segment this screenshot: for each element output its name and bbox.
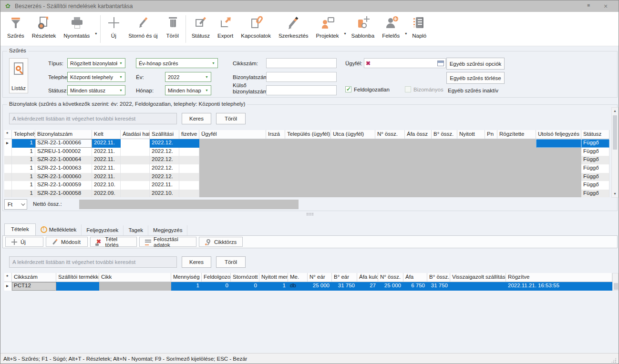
column-header[interactable]: Cikkszám	[12, 273, 56, 282]
scrollbar-thumb[interactable]	[614, 283, 618, 290]
checkbox-checked-icon[interactable]	[345, 86, 351, 92]
column-header[interactable]: B° eár	[332, 273, 357, 282]
column-header[interactable]: Nyitott mer	[259, 273, 288, 282]
year-dropdown[interactable]: 2022▼	[165, 72, 211, 82]
document-number-input[interactable]	[266, 72, 337, 82]
tab-mellekletek[interactable]: Mellékletek	[36, 224, 82, 235]
details-search-input[interactable]	[9, 256, 177, 268]
toolbar-filter[interactable]: Szűrés	[3, 14, 28, 40]
column-header[interactable]: Áfa össz	[405, 130, 432, 139]
list-button[interactable]: Listáz	[9, 58, 28, 93]
allocation-data-button[interactable]: Felosztási adatok	[139, 237, 196, 247]
owner-dropdown-caret[interactable]: ▾	[403, 31, 408, 36]
column-header[interactable]: N° eár	[308, 273, 332, 282]
column-header[interactable]: N° össz.	[378, 273, 403, 282]
details-scrollbar[interactable]	[612, 273, 619, 291]
unprocessed-checkbox[interactable]: Feldolgozatlan	[345, 86, 390, 92]
toolbar-new[interactable]: Új	[103, 14, 124, 40]
column-header[interactable]: Ügyfél	[199, 130, 266, 139]
column-header[interactable]: B° össz.	[427, 273, 450, 282]
item-new-button[interactable]: Új	[5, 237, 43, 247]
clear-x-icon[interactable]	[366, 60, 371, 67]
other-filter-options-button[interactable]: Egyéb szűrési opciók	[446, 58, 505, 70]
document-row[interactable]: 1 SZR-22-1-000059 2022.10. 2022.11. Függ…	[4, 181, 609, 190]
column-header[interactable]: Utolsó feljegyzés	[536, 130, 581, 139]
column-header[interactable]: Áfa kulcs	[357, 273, 378, 282]
column-header[interactable]: Rögzítette	[497, 130, 536, 139]
toolbar-projects[interactable]: Projektek	[312, 14, 343, 40]
column-header[interactable]: Nyitott	[457, 130, 485, 139]
column-header[interactable]: Átadási határ	[121, 130, 150, 139]
column-header[interactable]: *	[4, 273, 12, 282]
detail-row-selected[interactable]: PCT12 1 0 0 1 db 25 000 31 750 27 25 000…	[4, 282, 612, 291]
column-header[interactable]: Irszá	[266, 130, 285, 139]
column-header[interactable]: B° össz.	[432, 130, 457, 139]
tab-tagek[interactable]: Tagek	[124, 225, 148, 235]
column-header[interactable]: Cikk	[99, 273, 171, 282]
toolbar-print[interactable]: Nyomtatás	[60, 14, 93, 40]
toolbar-storno-new[interactable]: Stornó és új	[124, 14, 161, 40]
consignment-checkbox[interactable]: Bizományos	[405, 86, 444, 92]
customer-picker-field[interactable]	[364, 58, 446, 68]
document-row[interactable]: 1 SZR-22-1-000060 2022.11. 2022.12. Függ…	[4, 173, 609, 182]
item-modify-button[interactable]: Módosít	[46, 237, 88, 247]
toolbar-delete[interactable]: Töröl	[162, 14, 184, 40]
toolbar-status[interactable]: Státusz	[188, 14, 214, 40]
restore-button[interactable]: ■	[583, 2, 594, 10]
year-month-filter-dropdown[interactable]: Év-hónap szűrés▼	[136, 58, 218, 68]
column-header[interactable]: Bizonylatszám	[35, 130, 92, 139]
toolbar-template[interactable]: Sablonba	[348, 14, 379, 40]
column-header[interactable]: Település (ügyfél)	[285, 130, 331, 139]
column-header[interactable]: *	[4, 130, 12, 139]
documents-clear-search-button[interactable]: Töröl	[216, 113, 246, 124]
document-row[interactable]: 1 SZREU-1-000002 2022.11. 2022.12. Függő	[4, 148, 609, 156]
print-dropdown-caret[interactable]: ▾	[93, 31, 98, 36]
toolbar-log[interactable]: Napló	[408, 14, 430, 40]
column-header[interactable]: Státusz	[581, 130, 609, 139]
column-header[interactable]: Visszaigazolt szállítási határidő	[450, 273, 506, 282]
column-header[interactable]: Me.	[288, 273, 308, 282]
item-master-button[interactable]: Cikktörzs	[199, 237, 243, 247]
clear-other-filter-button[interactable]: Egyéb szűrés törlése	[446, 72, 505, 84]
picker-window-icon[interactable]	[437, 61, 444, 66]
titlebar[interactable]: ✿ Beszerzés - Szállítói rendelések karba…	[0, 0, 619, 12]
scrollbar-thumb[interactable]	[613, 115, 617, 150]
scroll-up-icon[interactable]: ▲	[612, 108, 618, 114]
splitter-handle[interactable]	[306, 212, 314, 216]
column-header[interactable]: Feldolgozot	[202, 273, 231, 282]
projects-dropdown-caret[interactable]: ▾	[343, 31, 348, 36]
toolbar-edit[interactable]: Szerkesztés	[275, 14, 312, 40]
details-clear-search-button[interactable]: Töröl	[216, 256, 246, 268]
tab-feljegyzesek[interactable]: Feljegyzések	[82, 225, 124, 235]
column-header[interactable]: Mennyiség	[171, 273, 202, 282]
column-header[interactable]: Utca (ügyfél)	[331, 130, 375, 139]
documents-search-button[interactable]: Keres	[182, 113, 211, 124]
column-header[interactable]: Szállítói termékkó	[56, 273, 99, 282]
close-button[interactable]: ×	[600, 2, 611, 10]
column-header[interactable]: Kelt	[92, 130, 121, 139]
external-doc-input[interactable]	[266, 85, 337, 95]
column-header[interactable]: fizetve	[179, 130, 199, 139]
column-header[interactable]: Áfa	[403, 273, 427, 282]
tab-megjegyzes[interactable]: Megjegyzés	[148, 225, 187, 235]
toolbar-export[interactable]: Export	[214, 14, 237, 40]
site-dropdown[interactable]: Központi telephely▼	[67, 72, 125, 82]
item-delete-button[interactable]: Tétel törlés	[90, 237, 137, 247]
toolbar-owner[interactable]: Felelős	[378, 14, 403, 40]
column-header[interactable]: N° össz.	[375, 130, 405, 139]
column-header[interactable]: Telephely	[12, 130, 35, 139]
details-search-button[interactable]: Keres	[182, 256, 211, 268]
documents-scrollbar[interactable]: ▲ ▼	[611, 107, 619, 198]
item-number-input[interactable]	[266, 58, 337, 68]
document-row-selected[interactable]: 1 SZR-22-1-000066 2022.11. 2022.12. Függ…	[4, 139, 609, 148]
scroll-down-icon[interactable]: ▼	[612, 191, 618, 197]
column-header[interactable]: Stornózott	[231, 273, 259, 282]
month-dropdown[interactable]: Minden hónap▼	[165, 85, 211, 95]
toolbar-attachments[interactable]: Kapcsolatok	[237, 14, 275, 40]
toolbar-details[interactable]: Részletek	[28, 14, 60, 40]
tab-tetelek[interactable]: Tételek	[4, 223, 36, 235]
documents-search-input[interactable]	[9, 113, 177, 124]
column-header[interactable]: Szállítási	[150, 130, 179, 139]
type-dropdown[interactable]: Rögzített bizonylatok▼	[67, 58, 125, 68]
column-header[interactable]: Pn	[485, 130, 497, 139]
